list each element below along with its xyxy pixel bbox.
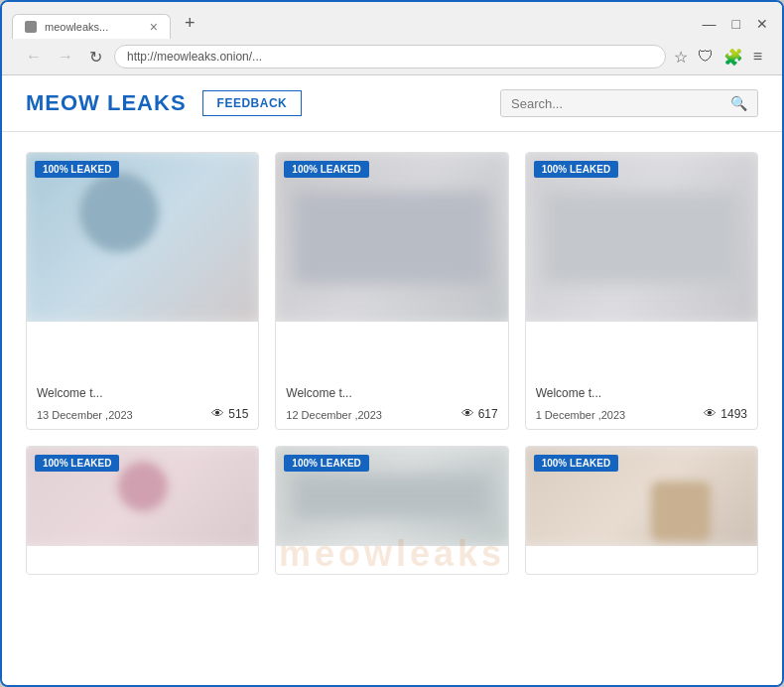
- card-5-image: 100% LEAKED: [276, 447, 507, 546]
- card-2-views: 👁 617: [461, 406, 498, 421]
- maximize-button[interactable]: □: [728, 14, 744, 34]
- card-4-image: 100% LEAKED: [27, 447, 258, 546]
- card-1-info: Welcome t... 13 December ,2023 👁 515: [27, 322, 258, 429]
- card-2-title: Welcome t...: [286, 386, 497, 400]
- card-3-date: 1 December ,2023: [536, 409, 626, 421]
- page-content: MEOW LEAKS FEEDBACK 🔍 100% LEAKED: [2, 75, 782, 685]
- forward-button[interactable]: →: [54, 46, 77, 68]
- card-3-footer: 1 December ,2023 👁 1493: [536, 406, 747, 421]
- card-1-blurred: [27, 153, 258, 322]
- card-1-views: 👁 515: [211, 406, 248, 421]
- titlebar-top-row: meowleaks... × + — □ ✕: [12, 8, 772, 39]
- cards-wrapper: 100% LEAKED Welcome t... 13 December ,20…: [2, 132, 782, 595]
- back-button[interactable]: ←: [22, 46, 46, 68]
- leaked-badge-6: 100% LEAKED: [534, 455, 618, 472]
- browser-window: meowleaks... × + — □ ✕ ← → ↻ http://meow…: [0, 0, 784, 687]
- eye-icon-2: 👁: [461, 406, 474, 421]
- card-2-blurred: [276, 153, 507, 322]
- card-2-image: 100% LEAKED: [276, 153, 507, 322]
- eye-icon-1: 👁: [211, 406, 224, 421]
- search-bar[interactable]: 🔍: [500, 89, 758, 117]
- browser-toolbar: ← → ↻ http://meowleaks.onion/... ☆ 🛡 🧩 ≡: [12, 39, 772, 74]
- window-controls: — □ ✕: [699, 14, 772, 34]
- site-header: MEOW LEAKS FEEDBACK 🔍: [2, 75, 782, 132]
- card-1[interactable]: 100% LEAKED Welcome t... 13 December ,20…: [26, 152, 259, 430]
- leaked-badge-3: 100% LEAKED: [534, 161, 618, 178]
- bookmark-icon[interactable]: ☆: [674, 48, 688, 67]
- search-icon: 🔍: [730, 95, 747, 111]
- menu-icon[interactable]: ≡: [753, 48, 762, 66]
- card-1-title: Welcome t...: [37, 386, 248, 400]
- card-6[interactable]: 100% LEAKED: [525, 446, 758, 575]
- cards-grid: 100% LEAKED Welcome t... 13 December ,20…: [2, 132, 782, 595]
- card-3-views: 👁 1493: [704, 406, 747, 421]
- card-1-view-count: 515: [228, 407, 248, 421]
- site-logo: MEOW LEAKS: [26, 90, 187, 116]
- card-1-date: 13 December ,2023: [37, 409, 133, 421]
- card-3-info: Welcome t... 1 December ,2023 👁 1493: [526, 322, 757, 429]
- card-1-footer: 13 December ,2023 👁 515: [37, 406, 248, 421]
- browser-titlebar: meowleaks... × + — □ ✕ ← → ↻ http://meow…: [2, 2, 782, 75]
- browser-tab[interactable]: meowleaks... ×: [12, 14, 171, 39]
- card-4[interactable]: 100% LEAKED: [26, 446, 259, 575]
- extension-icon[interactable]: 🧩: [723, 48, 743, 67]
- tabs-row: meowleaks... × +: [12, 8, 205, 39]
- leaked-badge-4: 100% LEAKED: [35, 455, 119, 472]
- tab-title: meowleaks...: [45, 21, 142, 33]
- card-3-image: 100% LEAKED: [526, 153, 757, 322]
- card-6-image: 100% LEAKED: [526, 447, 757, 546]
- close-window-button[interactable]: ✕: [752, 14, 772, 34]
- card-3-blurred: [526, 153, 757, 322]
- card-2-info: Welcome t... 12 December ,2023 👁 617: [276, 322, 507, 429]
- address-text: http://meowleaks.onion/...: [127, 50, 653, 64]
- card-3-view-count: 1493: [720, 407, 747, 421]
- leaked-badge-2: 100% LEAKED: [284, 161, 368, 178]
- card-1-image: 100% LEAKED: [27, 153, 258, 322]
- leaked-badge-5: 100% LEAKED: [284, 455, 368, 472]
- tab-favicon: [25, 21, 37, 33]
- tab-close-button[interactable]: ×: [150, 20, 158, 34]
- minimize-button[interactable]: —: [699, 14, 720, 34]
- card-2-footer: 12 December ,2023 👁 617: [286, 406, 497, 421]
- card-2[interactable]: 100% LEAKED Welcome t... 12 December ,20…: [275, 152, 508, 430]
- eye-icon-3: 👁: [704, 406, 717, 421]
- shield-icon[interactable]: 🛡: [698, 48, 714, 66]
- card-2-date: 12 December ,2023: [286, 409, 382, 421]
- card-2-view-count: 617: [478, 407, 498, 421]
- leaked-badge-1: 100% LEAKED: [35, 161, 119, 178]
- toolbar-icons: ☆ 🛡 🧩 ≡: [674, 48, 762, 67]
- reload-button[interactable]: ↻: [85, 46, 106, 69]
- card-3-title: Welcome t...: [536, 386, 747, 400]
- address-bar[interactable]: http://meowleaks.onion/...: [114, 45, 666, 69]
- feedback-button[interactable]: FEEDBACK: [202, 90, 303, 116]
- card-3[interactable]: 100% LEAKED Welcome t... 1 December ,202…: [525, 152, 758, 430]
- search-input[interactable]: [511, 96, 722, 111]
- card-5[interactable]: 100% LEAKED: [275, 446, 508, 575]
- new-tab-button[interactable]: +: [175, 8, 205, 39]
